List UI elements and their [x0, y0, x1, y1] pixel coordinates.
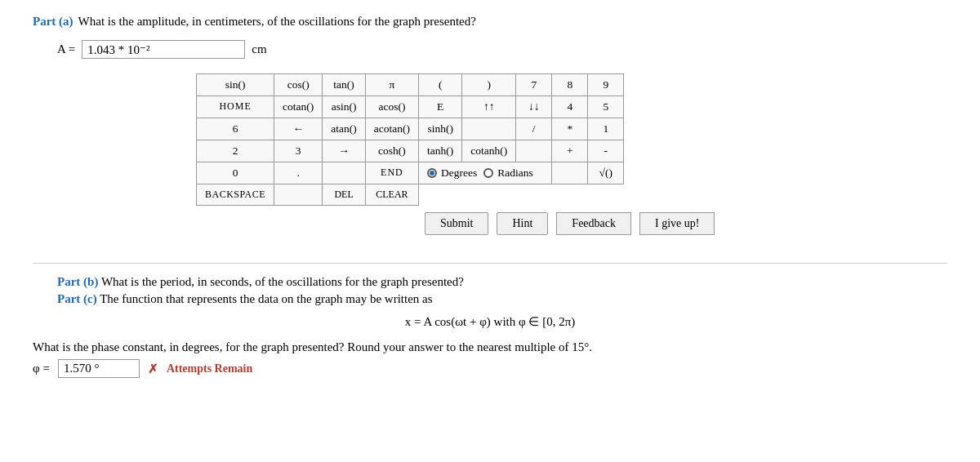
phase-input[interactable]: [58, 359, 140, 378]
seven-button[interactable]: 7: [516, 74, 552, 96]
part-bc-section: Part (b) What is the period, in seconds,…: [57, 275, 947, 306]
cotan-button[interactable]: cotan(): [274, 96, 323, 118]
empty-r4c9: [323, 162, 365, 184]
action-row: Submit Hint Feedback I give up!: [425, 212, 715, 235]
nine-button[interactable]: 9: [588, 74, 624, 96]
part-a-label: Part (a): [33, 15, 74, 29]
part-b-line: Part (b) What is the period, in seconds,…: [57, 275, 947, 289]
up-arrow-button[interactable]: ↑↑: [462, 96, 516, 118]
del-button[interactable]: DEL: [323, 184, 365, 206]
part-b-text: What is the period, in seconds, of the o…: [101, 275, 464, 288]
clear-button[interactable]: CLEAR: [366, 184, 419, 206]
empty-r4c4: [516, 140, 552, 162]
divide-button[interactable]: /: [516, 118, 552, 140]
empty-r3c4: [462, 118, 516, 140]
open-paren-button[interactable]: (: [419, 74, 462, 96]
calculator-grid: sin() cos() tan() π ( ) 7 8 9 HOME cotan…: [196, 73, 624, 206]
degrees-radio[interactable]: [427, 168, 437, 178]
answer-unit: cm: [252, 42, 266, 56]
amplitude-input[interactable]: [82, 40, 245, 59]
sqrt-button[interactable]: √(): [588, 162, 624, 184]
calculator-area: sin() cos() tan() π ( ) 7 8 9 HOME cotan…: [196, 73, 947, 248]
acos-button[interactable]: acos(): [366, 96, 419, 118]
submit-button[interactable]: Submit: [425, 212, 488, 235]
feedback-button[interactable]: Feedback: [556, 212, 631, 235]
part-c-line: Part (c) The function that represents th…: [57, 292, 947, 306]
end-button[interactable]: END: [366, 162, 419, 184]
radians-label: Radians: [497, 167, 533, 180]
cos-button[interactable]: cos(): [274, 74, 323, 96]
hint-button[interactable]: Hint: [497, 212, 548, 235]
plus-button[interactable]: +: [552, 140, 588, 162]
igiveup-button[interactable]: I give up!: [639, 212, 715, 235]
part-a-question: What is the amplitude, in centimeters, o…: [78, 15, 476, 29]
close-paren-button[interactable]: ): [462, 74, 516, 96]
answer-prefix: A =: [57, 42, 75, 56]
tanh-button[interactable]: tanh(): [419, 140, 462, 162]
attempts-remain-text: Attempts Remain: [167, 362, 252, 375]
asin-button[interactable]: asin(): [323, 96, 365, 118]
tan-button[interactable]: tan(): [323, 74, 365, 96]
e-button[interactable]: E: [419, 96, 462, 118]
dot-button[interactable]: .: [274, 162, 323, 184]
degrees-radians-row: Degrees Radians: [419, 162, 552, 184]
degrees-label: Degrees: [441, 167, 477, 180]
empty-r5c7: [274, 184, 323, 206]
cotanh-button[interactable]: cotanh(): [462, 140, 516, 162]
three-button[interactable]: 3: [274, 140, 323, 162]
formula-line: x = A cos(ωt + φ) with φ ∈ [0, 2π): [33, 314, 947, 329]
degrees-radio-group[interactable]: Degrees: [427, 167, 477, 180]
multiply-button[interactable]: *: [552, 118, 588, 140]
radians-radio[interactable]: [483, 168, 493, 178]
part-b-label: Part (b): [57, 275, 98, 288]
home-button[interactable]: HOME: [197, 96, 274, 118]
backspace-button[interactable]: BACKSPACE: [197, 184, 274, 206]
left-arrow-button[interactable]: ←: [274, 118, 323, 140]
one-button[interactable]: 1: [588, 118, 624, 140]
sinh-button[interactable]: sinh(): [419, 118, 462, 140]
pi-button[interactable]: π: [366, 74, 419, 96]
phase-answer-row: φ = ✗ Attempts Remain: [33, 359, 947, 378]
empty-r5c4: [552, 162, 588, 184]
cosh-button[interactable]: cosh(): [366, 140, 419, 162]
part-c-question: The function that represents the data on…: [100, 292, 432, 305]
formula-text: x = A cos(ωt + φ) with φ ∈ [0, 2π): [405, 315, 575, 328]
phase-question-text: What is the phase constant, in degrees, …: [33, 340, 592, 353]
divider: [33, 263, 947, 264]
sin-button[interactable]: sin(): [197, 74, 274, 96]
phase-answer-prefix: φ =: [33, 362, 50, 375]
six-button[interactable]: 6: [197, 118, 274, 140]
five-button[interactable]: 5: [588, 96, 624, 118]
down-arrow-button[interactable]: ↓↓: [516, 96, 552, 118]
two-button[interactable]: 2: [197, 140, 274, 162]
radians-radio-group[interactable]: Radians: [483, 167, 533, 180]
right-arrow-button[interactable]: →: [323, 140, 365, 162]
zero-button[interactable]: 0: [197, 162, 274, 184]
atan-button[interactable]: atan(): [323, 118, 365, 140]
phase-section: What is the phase constant, in degrees, …: [33, 340, 947, 378]
eight-button[interactable]: 8: [552, 74, 588, 96]
part-c-label: Part (c): [57, 292, 97, 305]
x-mark: ✗: [148, 362, 158, 376]
four-button[interactable]: 4: [552, 96, 588, 118]
acotan-button[interactable]: acotan(): [366, 118, 419, 140]
minus-button[interactable]: -: [588, 140, 624, 162]
